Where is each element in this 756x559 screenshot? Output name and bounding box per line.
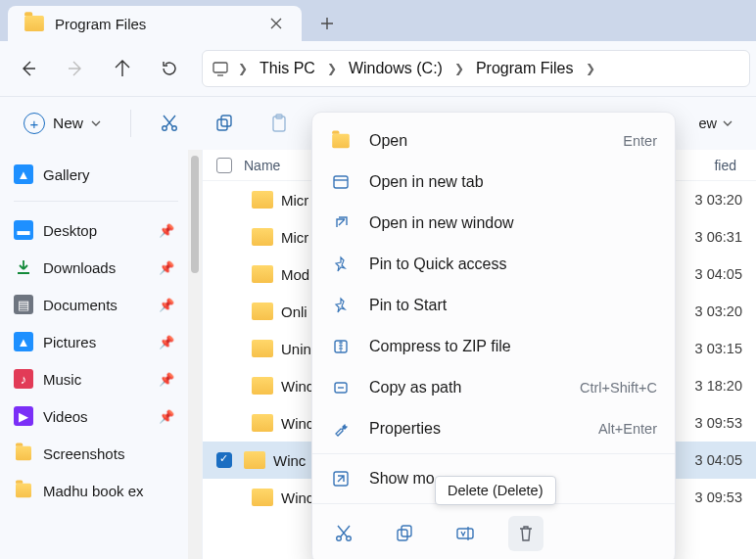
folder-icon — [252, 303, 273, 320]
music-icon: ♪ — [14, 369, 33, 389]
sidebar-item-documents[interactable]: ▤Documents📌 — [14, 286, 178, 323]
tab-bar: Program Files — [0, 0, 756, 41]
sidebar-item-gallery[interactable]: ▲Gallery — [14, 156, 178, 193]
copy-button[interactable] — [208, 107, 241, 140]
folder-icon — [252, 228, 273, 246]
close-tab-button[interactable] — [264, 12, 288, 35]
svg-point-12 — [347, 536, 352, 541]
pin-icon: 📌 — [159, 409, 174, 424]
folder-icon — [252, 489, 273, 506]
ctx-copy-as-path[interactable]: Copy as pathCtrl+Shift+C — [312, 367, 675, 408]
nav-bar: ❯ This PC ❯ Windows (C:) ❯ Program Files… — [0, 41, 756, 96]
zip-icon — [330, 336, 352, 357]
chevron-right-icon[interactable]: ❯ — [450, 62, 468, 75]
folder-icon — [252, 340, 273, 357]
folder-icon — [14, 481, 33, 500]
arrow-up-icon — [114, 60, 131, 77]
new-button[interactable]: + New — [16, 106, 109, 141]
arrow-right-icon — [67, 60, 84, 77]
navigation-pane: ▲Gallery ▬Desktop📌 Downloads📌 ▤Documents… — [0, 150, 188, 559]
ctx-rename-button[interactable] — [448, 516, 483, 551]
ctx-copy-button[interactable] — [387, 516, 422, 551]
sidebar-item-label: Screenshots — [43, 445, 124, 462]
ctx-properties[interactable]: PropertiesAlt+Enter — [312, 408, 675, 449]
sidebar-item-downloads[interactable]: Downloads📌 — [14, 249, 178, 286]
ctx-delete-button[interactable] — [508, 516, 543, 551]
breadcrumb-this-pc[interactable]: This PC — [256, 58, 319, 79]
svg-point-11 — [337, 536, 342, 541]
svg-rect-13 — [398, 530, 407, 540]
cut-button[interactable] — [153, 107, 186, 140]
svg-rect-7 — [334, 176, 348, 188]
folder-icon — [252, 377, 273, 395]
svg-point-1 — [163, 126, 167, 131]
sidebar-scrollbar[interactable] — [188, 150, 202, 559]
pin-icon: 📌 — [159, 298, 174, 312]
ctx-pin-start[interactable]: Pin to Start — [312, 285, 675, 326]
svg-rect-15 — [457, 529, 473, 538]
chevron-right-icon[interactable]: ❯ — [582, 62, 599, 75]
svg-rect-14 — [402, 526, 411, 536]
sidebar-item-music[interactable]: ♪Music📌 — [14, 360, 178, 397]
scissors-icon — [334, 524, 354, 543]
paste-button[interactable] — [262, 107, 296, 140]
pin-icon: 📌 — [159, 372, 174, 387]
chevron-right-icon[interactable]: ❯ — [234, 62, 252, 75]
new-tab-button[interactable] — [309, 6, 345, 41]
ctx-open[interactable]: OpenEnter — [312, 120, 675, 162]
pin-icon: 📌 — [159, 223, 174, 238]
forward-button[interactable] — [53, 49, 98, 88]
divider — [130, 110, 131, 137]
ctx-pin-quick-access[interactable]: Pin to Quick access — [312, 244, 675, 285]
folder-icon — [252, 265, 273, 283]
scissors-icon — [160, 114, 179, 133]
wrench-icon — [330, 418, 352, 440]
copy-icon — [214, 114, 234, 133]
document-icon: ▤ — [14, 295, 33, 314]
chevron-right-icon[interactable]: ❯ — [323, 62, 341, 75]
row-checkbox[interactable] — [216, 452, 232, 468]
svg-rect-4 — [221, 116, 231, 126]
address-bar[interactable]: ❯ This PC ❯ Windows (C:) ❯ Program Files… — [202, 50, 750, 87]
view-label-fragment: ew — [698, 116, 717, 131]
scrollbar-thumb[interactable] — [191, 156, 199, 273]
select-all-checkbox[interactable] — [216, 158, 232, 173]
plus-icon — [320, 17, 334, 30]
sidebar-item-videos[interactable]: ▶Videos📌 — [14, 397, 178, 435]
ctx-cut-button[interactable] — [326, 516, 361, 551]
pin-icon: 📌 — [159, 260, 174, 275]
folder-icon — [24, 16, 44, 31]
svg-point-2 — [172, 126, 177, 131]
sidebar-item-pictures[interactable]: ▲Pictures📌 — [14, 323, 178, 360]
breadcrumb-windows-c[interactable]: Windows (C:) — [345, 58, 447, 79]
tooltip-delete: Delete (Delete) — [435, 476, 556, 505]
sidebar-item-screenshots[interactable]: Screenshots — [14, 435, 178, 472]
up-button[interactable] — [100, 49, 145, 88]
chevron-down-icon — [91, 118, 101, 128]
pin-icon — [330, 295, 352, 316]
new-window-icon — [330, 212, 352, 234]
copy-icon — [395, 524, 414, 543]
refresh-icon — [161, 60, 178, 77]
sidebar-item-label: Gallery — [43, 166, 90, 183]
tab-title: Program Files — [55, 16, 255, 32]
refresh-button[interactable] — [147, 49, 192, 88]
sidebar-item-more[interactable]: Madhu book ex — [14, 472, 178, 509]
sidebar-item-label: Pictures — [43, 334, 96, 350]
folder-icon — [252, 191, 273, 209]
svg-rect-0 — [213, 63, 227, 72]
pin-icon — [330, 254, 352, 275]
breadcrumb-program-files[interactable]: Program Files — [472, 58, 578, 79]
sidebar-item-desktop[interactable]: ▬Desktop📌 — [14, 211, 178, 249]
trash-icon — [516, 524, 536, 543]
chevron-down-icon — [723, 118, 732, 128]
ctx-open-new-window[interactable]: Open in new window — [312, 203, 675, 244]
ctx-open-new-tab[interactable]: Open in new tab — [312, 162, 675, 203]
ctx-action-row — [312, 508, 675, 557]
tab-program-files[interactable]: Program Files — [8, 6, 302, 41]
new-tab-icon — [330, 171, 352, 193]
ctx-compress-zip[interactable]: Compress to ZIP file — [312, 326, 675, 367]
back-button[interactable] — [6, 49, 51, 88]
plus-circle-icon: + — [24, 113, 45, 134]
view-button[interactable]: ew — [690, 106, 740, 141]
